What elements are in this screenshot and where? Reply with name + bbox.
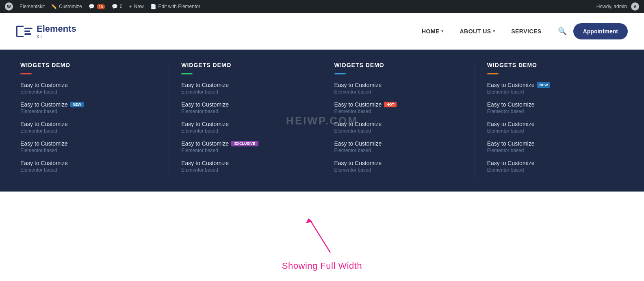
edit-elementor-label: Edit with Elementor [158, 4, 200, 9]
item-2-4-sub: Elementor based [181, 148, 309, 153]
badge-exclusive: EXCLUSIVE [231, 141, 258, 146]
list-item[interactable]: Easy to Customize Elementor based [181, 101, 309, 114]
nav-services-label: SERVICES [511, 28, 542, 35]
list-item[interactable]: Easy to Customize Elementor based [181, 121, 309, 134]
col-2-title: WIDGETS DEMO [181, 62, 309, 68]
item-1-3-sub: Elementor based [20, 128, 156, 134]
item-2-5-title: Easy to Customize [181, 160, 309, 166]
item-3-4-title: Easy to Customize [334, 140, 462, 147]
comments-count: 15 [97, 4, 105, 9]
item-1-3-title: Easy to Customize [20, 121, 156, 127]
item-2-2-title: Easy to Customize [181, 101, 309, 108]
list-item[interactable]: Easy to Customize Elementor based [181, 160, 309, 173]
col-1-underline [20, 73, 32, 74]
logo-text-block: Elements Kit [37, 24, 76, 39]
full-width-label: Showing Full Width [282, 261, 362, 271]
item-4-1-title: Easy to Customize NEW [487, 82, 616, 88]
logo-bar-3 [24, 33, 31, 35]
item-3-3-sub: Elementor based [334, 128, 462, 134]
list-item[interactable]: Easy to Customize Elementor based [181, 82, 309, 95]
item-1-5-sub: Elementor based [20, 167, 156, 173]
item-3-5-sub: Elementor based [334, 167, 462, 173]
item-2-3-title: Easy to Customize [181, 121, 309, 127]
list-item[interactable]: Easy to Customize Elementor based [334, 82, 462, 95]
bubbles-count: 0 [120, 4, 123, 9]
search-button[interactable]: 🔍 [558, 27, 567, 36]
list-item[interactable]: Easy to Customize Elementor based [20, 121, 156, 134]
customize-link[interactable]: ✏️ Customize [51, 4, 82, 9]
item-2-5-sub: Elementor based [181, 167, 309, 173]
list-item[interactable]: Easy to Customize NEW Elementor based [487, 82, 616, 95]
svg-line-0 [310, 220, 330, 253]
logo[interactable]: Elements Kit [16, 24, 76, 39]
item-2-3-sub: Elementor based [181, 128, 309, 134]
site-header: Elements Kit HOME ▾ ABOUT US ▾ SERVICES … [0, 13, 644, 50]
item-4-2-sub: Elementor based [487, 109, 616, 114]
item-1-5-title: Easy to Customize [20, 160, 156, 166]
item-3-2-sub: Elementor based [334, 109, 462, 114]
nav-home-arrow: ▾ [441, 29, 444, 33]
list-item[interactable]: Easy to Customize Elementor based [487, 121, 616, 134]
main-nav: HOME ▾ ABOUT US ▾ SERVICES [422, 28, 542, 35]
elementskit-link[interactable]: Elementskit [20, 4, 45, 9]
list-item[interactable]: Easy to Customize Elementor based [334, 160, 462, 173]
wp-logo[interactable]: W [5, 2, 13, 11]
mega-col-4: WIDGETS DEMO Easy to Customize NEW Eleme… [475, 62, 628, 179]
item-3-5-title: Easy to Customize [334, 160, 462, 166]
item-1-1-title: Easy to Customize [20, 82, 156, 88]
nav-home[interactable]: HOME ▾ [422, 28, 444, 35]
item-3-4-sub: Elementor based [334, 148, 462, 153]
item-3-1-title: Easy to Customize [334, 82, 462, 88]
item-4-4-sub: Elementor based [487, 148, 616, 153]
customize-label: Customize [59, 4, 82, 9]
item-2-1-sub: Elementor based [181, 89, 309, 95]
item-4-3-title: Easy to Customize [487, 121, 616, 127]
logo-bar-2 [24, 30, 30, 32]
nav-about-us[interactable]: ABOUT US ▾ [460, 28, 495, 35]
col-4-title: WIDGETS DEMO [487, 62, 616, 68]
mega-menu-container: WIDGETS DEMO Easy to Customize Elementor… [0, 50, 644, 192]
list-item[interactable]: Easy to Customize Elementor based [20, 160, 156, 173]
mega-col-2: WIDGETS DEMO Easy to Customize Elementor… [169, 62, 322, 179]
list-item[interactable]: Easy to Customize Elementor based [334, 140, 462, 153]
item-4-4-title: Easy to Customize [487, 140, 616, 147]
list-item[interactable]: Easy to Customize Elementor based [20, 140, 156, 153]
edit-with-elementor-link[interactable]: 📄 Edit with Elementor [150, 4, 200, 9]
item-2-1-title: Easy to Customize [181, 82, 309, 88]
list-item[interactable]: Easy to Customize HOT Elementor based [334, 101, 462, 114]
new-link[interactable]: + New [129, 4, 144, 9]
howdy-text: Howdy, admin [596, 4, 627, 9]
admin-avatar: A [631, 2, 639, 11]
item-2-4-title: Easy to Customize EXCLUSIVE [181, 140, 309, 147]
comments-link[interactable]: 💬 15 [89, 4, 105, 9]
item-3-1-sub: Elementor based [334, 89, 462, 95]
nav-home-label: HOME [422, 28, 440, 35]
item-1-1-sub: Elementor based [20, 89, 156, 95]
col-4-underline [487, 73, 499, 74]
admin-bar-right: Howdy, admin A [596, 2, 639, 11]
list-item[interactable]: Easy to Customize Elementor based [487, 160, 616, 173]
logo-sub-text: Kit [37, 34, 76, 39]
appointment-button[interactable]: Appointment [573, 23, 628, 39]
list-item[interactable]: Easy to Customize Elementor based [20, 82, 156, 95]
list-item[interactable]: Easy to Customize Elementor based [487, 140, 616, 153]
elementskit-label: Elementskit [20, 4, 45, 9]
item-4-3-sub: Elementor based [487, 128, 616, 134]
col-1-title: WIDGETS DEMO [20, 62, 156, 68]
col-2-underline [181, 73, 193, 74]
badge-new: NEW [70, 102, 84, 107]
list-item[interactable]: Easy to Customize EXCLUSIVE Elementor ba… [181, 140, 309, 153]
item-4-5-sub: Elementor based [487, 167, 616, 173]
list-item[interactable]: Easy to Customize Elementor based [487, 101, 616, 114]
col-3-title: WIDGETS DEMO [334, 62, 462, 68]
logo-bar-1 [24, 28, 33, 29]
logo-icon [16, 26, 33, 37]
item-1-2-title: Easy to Customize NEW [20, 101, 156, 108]
nav-about-arrow: ▾ [493, 29, 495, 33]
item-3-2-title: Easy to Customize HOT [334, 101, 462, 108]
list-item[interactable]: Easy to Customize Elementor based [334, 121, 462, 134]
nav-services[interactable]: SERVICES [511, 28, 542, 35]
admin-bar: W Elementskit ✏️ Customize 💬 15 💬 0 + Ne… [0, 0, 644, 13]
bubbles-link[interactable]: 💬 0 [112, 4, 123, 9]
list-item[interactable]: Easy to Customize NEW Elementor based [20, 101, 156, 114]
